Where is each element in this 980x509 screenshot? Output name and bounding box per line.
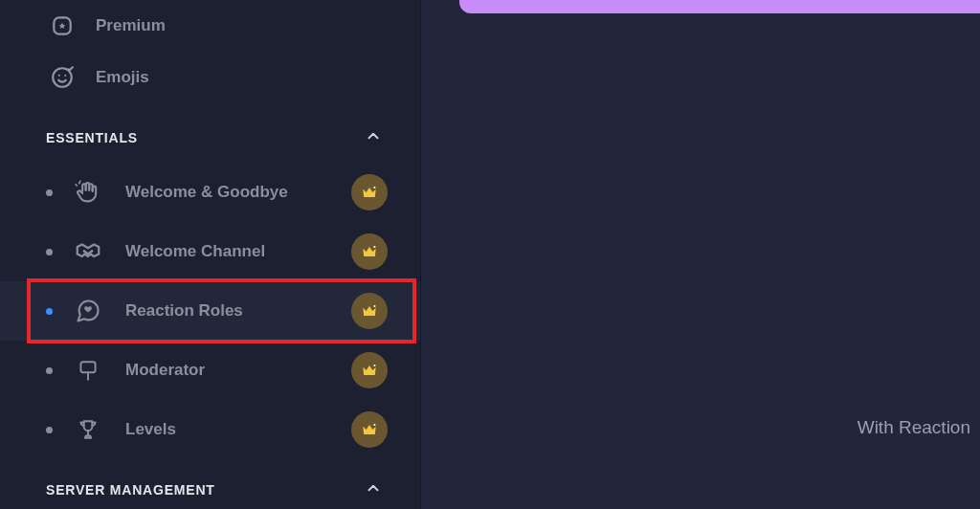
sidebar-item-reaction-roles[interactable]: Reaction Roles <box>0 281 420 341</box>
sidebar-item-label: Welcome & Goodbye <box>125 183 351 202</box>
sidebar-item-welcome-channel[interactable]: Welcome Channel <box>0 222 420 281</box>
sidebar-item-label: Welcome Channel <box>125 242 351 261</box>
premium-icon <box>46 13 78 38</box>
sidebar-item-label: Moderator <box>125 361 351 380</box>
status-dot-active <box>46 308 53 315</box>
sidebar-item-label: Reaction Roles <box>125 301 351 321</box>
sidebar: Premium Emojis ESSENTIALS <box>0 0 421 509</box>
sidebar-item-label: Premium <box>96 16 166 35</box>
notification-bar[interactable] <box>459 0 980 13</box>
wave-icon <box>72 179 104 206</box>
sidebar-item-premium[interactable]: Premium <box>0 0 420 52</box>
section-header-server-management[interactable]: SERVER MANAGEMENT <box>0 465 420 509</box>
chevron-up-icon <box>365 479 382 500</box>
handshake-icon <box>72 237 104 266</box>
section-title: ESSENTIALS <box>46 130 138 145</box>
premium-badge <box>351 352 388 388</box>
reaction-icon <box>72 298 104 324</box>
svg-point-9 <box>373 365 375 366</box>
sidebar-item-welcome-goodbye[interactable]: Welcome & Goodbye <box>0 163 420 222</box>
main-content: With Reaction <box>421 0 980 509</box>
svg-point-11 <box>373 424 375 426</box>
partial-heading: With Reaction <box>858 417 970 438</box>
sidebar-item-label: Levels <box>125 420 351 439</box>
premium-badge <box>351 174 388 210</box>
premium-badge <box>351 293 388 329</box>
status-dot <box>46 189 53 196</box>
status-dot <box>46 367 53 374</box>
chevron-up-icon <box>365 127 382 148</box>
svg-point-5 <box>373 246 375 248</box>
svg-point-4 <box>373 187 375 188</box>
sidebar-item-levels[interactable]: Levels <box>0 400 420 459</box>
sidebar-item-moderator[interactable]: Moderator <box>0 341 420 400</box>
moderator-icon <box>72 358 104 383</box>
svg-point-6 <box>373 305 375 307</box>
section-header-essentials[interactable]: ESSENTIALS <box>0 113 420 163</box>
trophy-icon <box>72 417 104 442</box>
premium-badge <box>351 233 388 270</box>
premium-badge <box>351 411 388 448</box>
status-dot <box>46 249 53 255</box>
svg-point-2 <box>58 75 60 77</box>
svg-rect-7 <box>80 362 95 372</box>
emoji-icon <box>46 65 78 90</box>
sidebar-item-label: Emojis <box>96 68 149 87</box>
status-dot <box>46 427 53 433</box>
sidebar-item-emojis[interactable]: Emojis <box>0 52 420 103</box>
section-title: SERVER MANAGEMENT <box>46 482 215 498</box>
svg-point-3 <box>64 75 66 77</box>
